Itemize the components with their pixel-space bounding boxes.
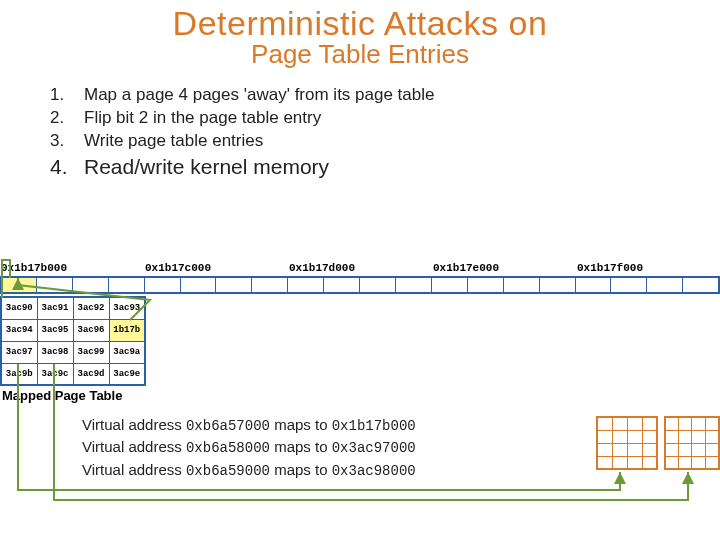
map-mid: maps to: [274, 438, 327, 455]
pt-cell: 3ac9e: [109, 363, 145, 385]
step-text: Flip bit 2 in the page table entry: [84, 107, 321, 130]
pt-cell: 3ac98: [37, 341, 73, 363]
memory-cell: [108, 276, 144, 294]
step-num: 4.: [50, 153, 84, 181]
address-label: 0x1b17f000: [576, 262, 720, 274]
step-text: Map a page 4 pages 'away' from its page …: [84, 84, 434, 107]
slide-title: Deterministic Attacks on: [0, 4, 720, 43]
memory-cell: [180, 276, 216, 294]
step-num: 1.: [50, 84, 84, 107]
page-table-label: Mapped Page Table: [2, 388, 122, 403]
memory-cell: [467, 276, 503, 294]
pt-cell-highlight: 1b17b: [109, 319, 145, 341]
memory-cell: [682, 276, 720, 294]
slide-subtitle: Page Table Entries: [0, 39, 720, 70]
address-label: 0x1b17d000: [288, 262, 432, 274]
pt-cell: 3ac92: [73, 297, 109, 319]
mini-grid: [596, 416, 658, 470]
pt-cell: 3ac95: [37, 319, 73, 341]
map-pa: 0x3ac98000: [332, 463, 416, 479]
map-mid: maps to: [274, 416, 327, 433]
pt-cell: 3ac94: [1, 319, 37, 341]
memory-cell: [575, 276, 611, 294]
memory-cell: [36, 276, 72, 294]
step-text: Write page table entries: [84, 130, 263, 153]
memory-cell: [323, 276, 359, 294]
pt-cell: 3ac96: [73, 319, 109, 341]
map-mid: maps to: [274, 461, 327, 478]
memory-cell: [215, 276, 251, 294]
mapping-text: Virtual address 0xb6a57000 maps to 0x1b1…: [82, 414, 582, 481]
memory-cell: [646, 276, 682, 294]
address-label: 0x1b17c000: [144, 262, 288, 274]
step-text: Read/write kernel memory: [84, 153, 329, 181]
pt-cell: 3ac9c: [37, 363, 73, 385]
pt-cell: 3ac9b: [1, 363, 37, 385]
memory-cell: [144, 276, 180, 294]
memory-cell: [503, 276, 539, 294]
memory-cell: [359, 276, 395, 294]
memory-cell: [610, 276, 646, 294]
map-pa: 0x1b17b000: [332, 418, 416, 434]
map-verb: Virtual address: [82, 438, 182, 455]
pt-cell: 3ac97: [1, 341, 37, 363]
step-num: 3.: [50, 130, 84, 153]
memory-cell: [251, 276, 287, 294]
map-verb: Virtual address: [82, 416, 182, 433]
map-verb: Virtual address: [82, 461, 182, 478]
memory-cell: [395, 276, 431, 294]
map-va: 0xb6a59000: [186, 463, 270, 479]
pt-cell: 3ac9d: [73, 363, 109, 385]
steps-list: 1.Map a page 4 pages 'away' from its pag…: [50, 84, 720, 181]
page-table: 3ac90 3ac91 3ac92 3ac93 3ac94 3ac95 3ac9…: [0, 296, 146, 386]
memory-cell: [539, 276, 575, 294]
pt-cell: 3ac9a: [109, 341, 145, 363]
address-label: 0x1b17b000: [0, 262, 144, 274]
pt-cell: 3ac99: [73, 341, 109, 363]
pt-cell: 3ac93: [109, 297, 145, 319]
step-num: 2.: [50, 107, 84, 130]
map-va: 0xb6a58000: [186, 440, 270, 456]
address-labels-row: 0x1b17b000 0x1b17c000 0x1b17d000 0x1b17e…: [0, 262, 720, 274]
memory-cell: [0, 276, 36, 294]
pt-cell: 3ac91: [37, 297, 73, 319]
map-pa: 0x3ac97000: [332, 440, 416, 456]
memory-cell: [287, 276, 323, 294]
map-va: 0xb6a57000: [186, 418, 270, 434]
memory-strip: [0, 276, 720, 294]
memory-cell: [72, 276, 108, 294]
mini-grid: [664, 416, 720, 470]
pt-cell: 3ac90: [1, 297, 37, 319]
address-label: 0x1b17e000: [432, 262, 576, 274]
memory-cell: [431, 276, 467, 294]
